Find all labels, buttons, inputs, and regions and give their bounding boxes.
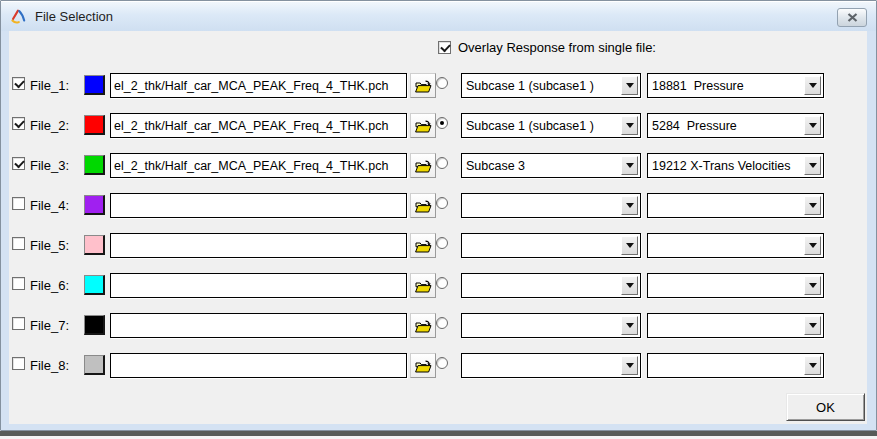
dropdown-button[interactable]: [804, 196, 821, 215]
open-folder-icon: [414, 357, 433, 374]
response-select[interactable]: 5284 Pressure: [647, 113, 824, 138]
subcase-select[interactable]: [461, 233, 641, 258]
color-swatch[interactable]: [84, 235, 105, 255]
caret-down-icon: [626, 83, 634, 88]
overlay-source-radio[interactable]: [436, 197, 448, 209]
dropdown-button[interactable]: [621, 316, 638, 335]
dropdown-button[interactable]: [621, 156, 638, 175]
subcase-select[interactable]: [461, 273, 641, 298]
response-select[interactable]: [647, 273, 824, 298]
dropdown-button[interactable]: [804, 236, 821, 255]
color-swatch[interactable]: [84, 75, 105, 95]
file-label: File_5:: [30, 238, 69, 253]
color-swatch[interactable]: [84, 195, 105, 215]
response-select[interactable]: [647, 313, 824, 338]
caret-down-icon: [809, 123, 817, 128]
dropdown-button[interactable]: [621, 116, 638, 135]
file-enable-checkbox[interactable]: [12, 77, 25, 90]
browse-button[interactable]: [410, 233, 436, 258]
file-enable-checkbox[interactable]: [12, 317, 25, 330]
file-rows: File_1: Subcase 1 (subcase1 ) 18881 Pres…: [9, 67, 867, 387]
window-title: File Selection: [35, 9, 113, 24]
subcase-value: Subcase 3: [466, 159, 618, 173]
caret-down-icon: [809, 203, 817, 208]
color-swatch[interactable]: [84, 315, 105, 335]
screen: File Selection Overlay Response from sin…: [0, 0, 877, 439]
file-label: File_8:: [30, 358, 69, 373]
caret-down-icon: [809, 83, 817, 88]
response-select[interactable]: [647, 233, 824, 258]
dropdown-button[interactable]: [621, 76, 638, 95]
color-swatch[interactable]: [84, 275, 105, 295]
dropdown-button[interactable]: [621, 196, 638, 215]
subcase-select[interactable]: Subcase 1 (subcase1 ): [461, 113, 641, 138]
open-folder-icon: [414, 237, 433, 254]
browse-button[interactable]: [410, 353, 436, 378]
file-row: File_6:: [9, 267, 867, 307]
file-enable-checkbox[interactable]: [12, 277, 25, 290]
browse-button[interactable]: [410, 313, 436, 338]
browse-button[interactable]: [410, 73, 436, 98]
ok-button[interactable]: OK: [786, 393, 865, 421]
file-path-input[interactable]: [110, 273, 407, 298]
response-select[interactable]: [647, 193, 824, 218]
open-folder-icon: [414, 197, 433, 214]
subcase-select[interactable]: [461, 313, 641, 338]
file-enable-checkbox[interactable]: [12, 197, 25, 210]
overlay-source-radio[interactable]: [436, 157, 448, 169]
app-logo-icon: [10, 8, 28, 25]
file-enable-checkbox[interactable]: [12, 237, 25, 250]
subcase-select[interactable]: [461, 193, 641, 218]
overlay-source-radio[interactable]: [436, 317, 448, 329]
color-swatch[interactable]: [84, 155, 105, 175]
browse-button[interactable]: [410, 273, 436, 298]
dropdown-button[interactable]: [621, 276, 638, 295]
browse-button[interactable]: [410, 193, 436, 218]
overlay-source-radio[interactable]: [436, 77, 448, 89]
overlay-response-checkbox[interactable]: [438, 41, 451, 54]
subcase-select[interactable]: Subcase 1 (subcase1 ): [461, 73, 641, 98]
overlay-source-radio[interactable]: [436, 117, 448, 129]
caret-down-icon: [809, 323, 817, 328]
file-path-input[interactable]: [110, 353, 407, 378]
response-select[interactable]: 19212 X-Trans Velocities: [647, 153, 824, 178]
dropdown-button[interactable]: [804, 156, 821, 175]
close-icon: [847, 13, 858, 22]
browse-button[interactable]: [410, 113, 436, 138]
file-path-input[interactable]: [110, 153, 407, 178]
file-path-input[interactable]: [110, 73, 407, 98]
file-selection-dialog: File Selection Overlay Response from sin…: [0, 0, 877, 431]
dropdown-button[interactable]: [804, 276, 821, 295]
file-path-input[interactable]: [110, 313, 407, 338]
file-path-input[interactable]: [110, 113, 407, 138]
dropdown-button[interactable]: [804, 316, 821, 335]
file-label: File_7:: [30, 318, 69, 333]
response-select[interactable]: [647, 353, 824, 378]
file-label: File_3:: [30, 158, 69, 173]
overlay-source-radio[interactable]: [436, 237, 448, 249]
close-button[interactable]: [837, 8, 867, 27]
file-enable-checkbox[interactable]: [12, 357, 25, 370]
color-swatch[interactable]: [84, 355, 105, 375]
overlay-source-radio[interactable]: [436, 357, 448, 369]
file-enable-checkbox[interactable]: [12, 117, 25, 130]
overlay-source-radio[interactable]: [436, 277, 448, 289]
file-enable-checkbox[interactable]: [12, 157, 25, 170]
dropdown-button[interactable]: [804, 116, 821, 135]
subcase-select[interactable]: [461, 353, 641, 378]
subcase-select[interactable]: Subcase 3: [461, 153, 641, 178]
file-path-input[interactable]: [110, 193, 407, 218]
dropdown-button[interactable]: [804, 356, 821, 375]
dropdown-button[interactable]: [621, 356, 638, 375]
subcase-value: Subcase 1 (subcase1 ): [466, 79, 618, 93]
dropdown-button[interactable]: [621, 236, 638, 255]
browse-button[interactable]: [410, 153, 436, 178]
caret-down-icon: [626, 323, 634, 328]
dropdown-button[interactable]: [804, 76, 821, 95]
file-path-input[interactable]: [110, 233, 407, 258]
file-row: File_1: Subcase 1 (subcase1 ) 18881 Pres…: [9, 67, 867, 107]
response-select[interactable]: 18881 Pressure: [647, 73, 824, 98]
file-label: File_1:: [30, 78, 69, 93]
caret-down-icon: [626, 203, 634, 208]
color-swatch[interactable]: [84, 115, 105, 135]
